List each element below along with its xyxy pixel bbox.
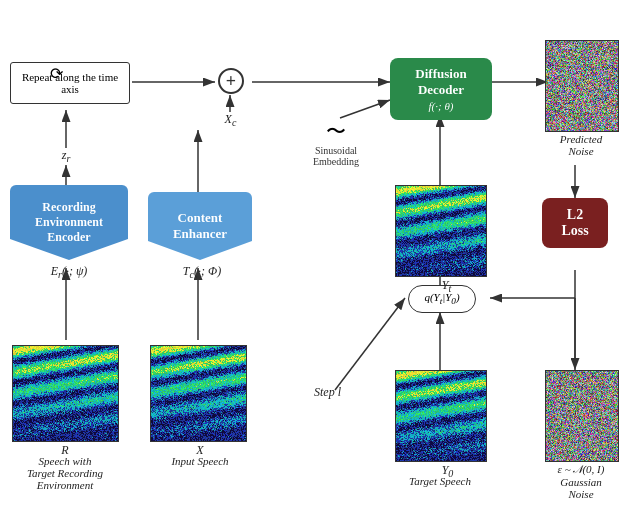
X-desc: Input Speech [155,455,245,467]
diffusion-decoder: DiffusionDecoder f(·; θ) [390,58,492,120]
epsilon-label: ε ~ 𝒩(0, I) [536,463,626,476]
er-formula: Er(·; ψ) [14,264,124,280]
xc-label: Xc [218,112,243,128]
zr-label: zr [55,148,77,164]
tc-formula: Tc(·; Φ) [152,264,252,280]
svg-line-9 [340,100,390,118]
gaussian-label: GaussianNoise [540,476,622,500]
diagram: Repeat along the time axis ⟳ + zr Xc Rec… [0,0,640,508]
spec-predicted-noise [545,40,619,132]
R-desc: Speech withTarget RecordingEnvironment [5,455,125,491]
Yt-label: Yt [434,278,459,294]
sinusoidal-embedding: 〜 SinusoidalEmbedding [295,118,377,167]
spec-Y0 [395,370,487,462]
spec-Yt [395,185,487,277]
content-enhancer: ContentEnhancer [148,192,252,260]
sinusoidal-icon: 〜 [295,118,377,145]
l2-loss: L2Loss [542,198,608,248]
step-l: Step l [300,385,355,400]
spec-X [150,345,247,442]
spec-R [12,345,119,442]
repeat-box: Repeat along the time axis [10,62,130,104]
predicted-noise-label: PredictedNoise [540,133,622,157]
Y0-desc: Target Speech [395,475,485,487]
repeat-icon: ⟳ [50,64,63,83]
circle-plus: + [218,68,244,94]
recording-environment-encoder: RecordingEnvironmentEncoder [10,185,128,260]
spec-gaussian [545,370,619,462]
